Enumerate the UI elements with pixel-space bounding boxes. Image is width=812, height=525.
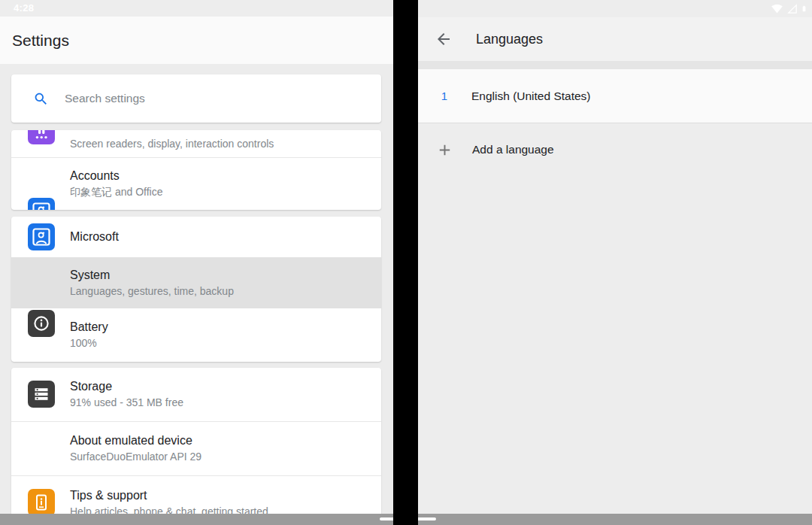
item-subtitle: Screen readers, display, interaction con… [70,137,374,151]
battery-icon [801,3,807,14]
languages-header: Languages [418,17,812,61]
item-subtitle: 印象笔记 and Office [70,185,374,199]
item-subtitle: 100% [70,336,374,351]
status-time: 4:28 [14,2,34,14]
settings-item-battery[interactable]: Battery 100% [11,308,381,362]
item-title: Accounts [70,168,374,184]
item-subtitle: 91% used - 351 MB free [70,396,374,410]
search-bar[interactable] [11,74,381,123]
wifi-icon [771,3,783,14]
storage-icon [28,381,55,408]
status-bar-left: 4:28 [0,0,393,17]
cellular-signal-icon [786,3,798,14]
item-title: About emulated device [70,433,374,448]
search-input[interactable] [63,91,381,106]
settings-card-accounts-group: Screen readers, display, interaction con… [11,130,381,210]
language-label: English (United States) [471,90,591,103]
settings-item-system[interactable]: System Languages, gestures, time, backup [11,257,381,308]
settings-card-system-group: Microsoft System Languages, gestures, ti… [11,217,381,362]
settings-item-storage[interactable]: Storage 91% used - 351 MB free [11,368,381,421]
languages-pane: Languages 1 English (United States) Add … [418,0,812,525]
settings-pane: 4:28 Settings [0,0,393,525]
language-row[interactable]: 1 English (United States) [418,69,812,123]
account-badge-icon [28,198,55,210]
item-title: System [70,268,374,283]
item-title: Battery [70,320,374,335]
account-badge-icon [28,223,55,250]
plus-icon [436,141,453,159]
arrow-back-icon [435,30,453,48]
settings-item-microsoft[interactable]: Microsoft [11,217,381,257]
item-subtitle: Languages, gestures, time, backup [70,284,374,299]
item-title: Microsoft [70,229,374,244]
back-button[interactable] [435,30,453,48]
settings-header: Settings [0,17,393,64]
item-title: Tips & support [70,488,374,503]
device-hinge [393,0,418,525]
page-title: Languages [476,32,543,47]
settings-item-accounts[interactable]: Accounts 印象笔记 and Office [11,158,381,210]
search-icon [33,91,49,107]
page-title: Settings [12,32,69,50]
header-shadow-band [418,61,812,69]
surface-duo-screen: 4:28 Settings [0,0,812,525]
accessibility-icon [28,130,55,144]
item-title: Storage [70,379,374,394]
settings-card-device-group: Storage 91% used - 351 MB free About emu… [11,368,381,525]
item-subtitle: SurfaceDuoEmulator API 29 [70,450,374,464]
status-bar-right [418,0,812,17]
add-language-label: Add a language [472,143,554,156]
settings-item-about[interactable]: About emulated device SurfaceDuoEmulator… [11,422,381,475]
settings-item-accessibility[interactable]: Screen readers, display, interaction con… [11,130,381,157]
language-order-number: 1 [437,90,452,102]
add-language-button[interactable]: Add a language [418,124,812,175]
